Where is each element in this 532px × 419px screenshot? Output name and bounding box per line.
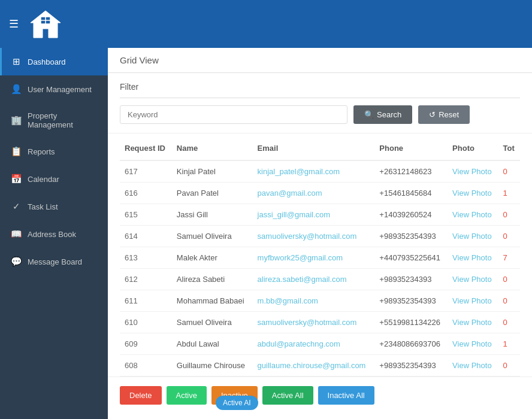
cell-name: Samuel Oliveira — [172, 312, 253, 333]
cell-phone: +989352354393 — [374, 290, 448, 312]
col-phone: Phone — [374, 136, 448, 160]
sidebar-item-calendar[interactable]: 📅 Calendar — [0, 165, 108, 193]
app-header: ☰ — [0, 0, 532, 48]
cell-request-id: 617 — [120, 160, 172, 183]
filter-row: 🔍 Search ↺ Reset — [120, 105, 520, 124]
menu-icon[interactable]: ☰ — [9, 17, 19, 31]
sidebar-item-property-management[interactable]: 🏢 Property Management — [0, 103, 108, 138]
cell-request-id: 613 — [120, 247, 172, 269]
sidebar-item-label: User Management — [28, 85, 92, 94]
cell-photo[interactable]: View Photo — [448, 290, 498, 312]
cell-email: guillaume.chirouse@gmail.com — [253, 355, 375, 377]
cell-total: 0 — [498, 226, 520, 247]
cell-email: samuoliversky@hotmail.com — [253, 312, 375, 333]
reset-button[interactable]: ↺ Reset — [418, 105, 470, 124]
sidebar-item-label: Reports — [28, 147, 55, 156]
sidebar-item-label: Address Book — [28, 230, 76, 239]
delete-button[interactable]: Delete — [120, 386, 162, 405]
col-total: Tot — [498, 136, 520, 160]
reset-icon: ↺ — [429, 110, 436, 119]
cell-email: samuoliversky@hotmail.com — [253, 226, 375, 247]
active-all-button[interactable]: Active All — [262, 386, 313, 405]
cell-name: Abdul Lawal — [172, 333, 253, 355]
col-request-id: Request ID — [120, 136, 172, 160]
cell-photo[interactable]: View Photo — [448, 269, 498, 290]
sidebar-item-message-board[interactable]: 💬 Message Board — [0, 248, 108, 275]
col-name: Name — [172, 136, 253, 160]
cell-name: Guillaume Chirouse — [172, 355, 253, 377]
cell-phone: +14039260524 — [374, 204, 448, 226]
active-button[interactable]: Active — [167, 386, 207, 405]
cell-email: m.bb@gmail.com — [253, 290, 375, 312]
cell-photo[interactable]: View Photo — [448, 247, 498, 269]
table-row: 617 Kinjal Patel kinjal_patel@gmail.com … — [120, 160, 520, 183]
cell-phone: +98935234393 — [374, 269, 448, 290]
cell-photo[interactable]: View Photo — [448, 355, 498, 377]
sidebar-item-address-book[interactable]: 📖 Address Book — [0, 220, 108, 248]
keyword-input[interactable] — [120, 105, 347, 124]
col-email: Email — [253, 136, 375, 160]
app-logo — [28, 8, 64, 41]
filter-section: Filter 🔍 Search ↺ Reset — [108, 73, 532, 133]
search-icon: 🔍 — [364, 110, 374, 119]
cell-name: Alireza Sabeti — [172, 269, 253, 290]
table-row: 613 Malek Akter myfbwork25@gmail.com +44… — [120, 247, 520, 269]
cell-total: 0 — [498, 290, 520, 312]
cell-photo[interactable]: View Photo — [448, 160, 498, 183]
messageboard-icon: 💬 — [11, 256, 22, 267]
search-button[interactable]: 🔍 Search — [353, 105, 412, 124]
tasklist-icon: ✓ — [11, 201, 22, 212]
content-title: Grid View — [108, 48, 532, 73]
table-row: 610 Samuel Oliveira samuoliversky@hotmai… — [120, 312, 520, 333]
sidebar: ⊞ Dashboard 👤 User Management 🏢 Property… — [0, 48, 108, 419]
table-row: 616 Pavan Patel pavan@gmail.com +1546184… — [120, 183, 520, 204]
cell-name: Malek Akter — [172, 247, 253, 269]
cell-photo[interactable]: View Photo — [448, 312, 498, 333]
cell-total: 0 — [498, 160, 520, 183]
cell-request-id: 616 — [120, 183, 172, 204]
cell-phone: +989352354393 — [374, 226, 448, 247]
inactive-all-button[interactable]: Inactive All — [318, 386, 374, 405]
user-icon: 👤 — [11, 84, 22, 95]
sidebar-item-label: Message Board — [28, 257, 82, 266]
cell-phone: +989352354393 — [374, 355, 448, 377]
table-row: 615 Jassi Gill jassi_gill@gmail.com +140… — [120, 204, 520, 226]
cell-total: 1 — [498, 183, 520, 204]
cell-phone: +26312148623 — [374, 160, 448, 183]
sidebar-item-task-list[interactable]: ✓ Task List — [0, 193, 108, 220]
cell-name: Pavan Patel — [172, 183, 253, 204]
table-row: 612 Alireza Sabeti alireza.sabeti@gmail.… — [120, 269, 520, 290]
data-table-container: Request ID Name Email Phone Photo Tot 61… — [108, 136, 532, 377]
sidebar-item-user-management[interactable]: 👤 User Management — [0, 75, 108, 103]
cell-total: 0 — [498, 269, 520, 290]
cell-photo[interactable]: View Photo — [448, 204, 498, 226]
sidebar-item-reports[interactable]: 📋 Reports — [0, 138, 108, 165]
cell-total: 0 — [498, 355, 520, 377]
table-row: 614 Samuel Oliveira samuoliversky@hotmai… — [120, 226, 520, 247]
main-content: Grid View Filter 🔍 Search ↺ Reset — [108, 48, 532, 419]
cell-request-id: 615 — [120, 204, 172, 226]
calendar-icon: 📅 — [11, 174, 22, 184]
cell-email: myfbwork25@gmail.com — [253, 247, 375, 269]
cell-name: Kinjal Patel — [172, 160, 253, 183]
cell-email: pavan@gmail.com — [253, 183, 375, 204]
cell-photo[interactable]: View Photo — [448, 226, 498, 247]
dashboard-icon: ⊞ — [11, 56, 22, 67]
data-table: Request ID Name Email Phone Photo Tot 61… — [120, 136, 520, 377]
cell-request-id: 611 — [120, 290, 172, 312]
cell-total: 0 — [498, 204, 520, 226]
filter-label: Filter — [120, 82, 520, 92]
cell-email: jassi_gill@gmail.com — [253, 204, 375, 226]
sidebar-item-label: Dashboard — [28, 57, 66, 66]
cell-email: alireza.sabeti@gmail.com — [253, 269, 375, 290]
cell-phone: +5519981134226 — [374, 312, 448, 333]
cell-photo[interactable]: View Photo — [448, 333, 498, 355]
addressbook-icon: 📖 — [11, 229, 22, 239]
sidebar-item-dashboard[interactable]: ⊞ Dashboard — [0, 48, 108, 75]
cell-total: 7 — [498, 247, 520, 269]
cell-name: Mohammad Babaei — [172, 290, 253, 312]
reports-icon: 📋 — [11, 146, 22, 157]
cell-request-id: 614 — [120, 226, 172, 247]
cell-photo[interactable]: View Photo — [448, 183, 498, 204]
sidebar-item-label: Calendar — [28, 175, 59, 184]
